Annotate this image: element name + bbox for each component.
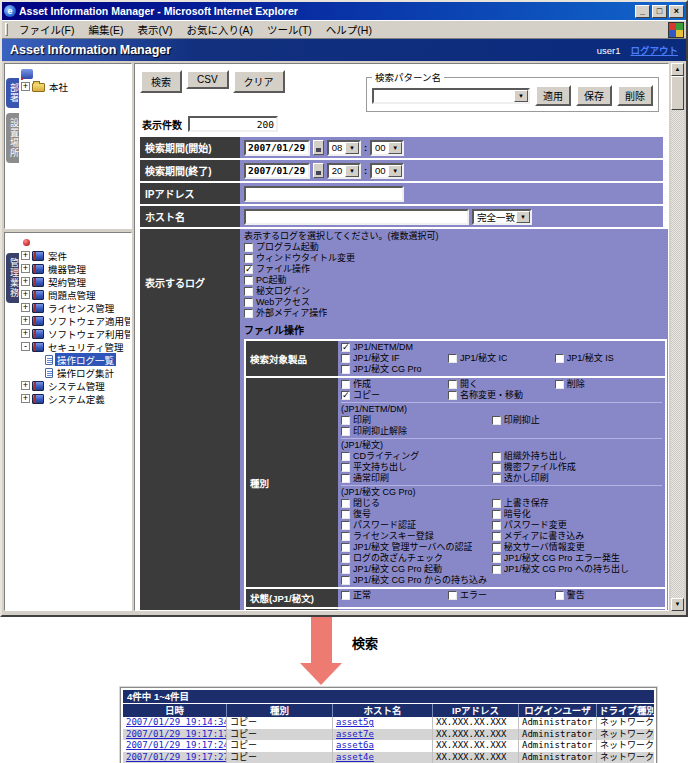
status-checkbox[interactable]: 警告 [555, 590, 662, 601]
column-header[interactable]: ホスト名 [333, 704, 433, 717]
tree-item[interactable]: 操作ログ集計 [45, 366, 130, 379]
dropdown-arrow-icon[interactable] [345, 142, 359, 154]
expand-icon[interactable]: - [21, 342, 30, 351]
kind-checkbox[interactable]: 平文持ち出し [341, 462, 492, 473]
expand-icon[interactable]: + [21, 381, 30, 390]
menu-item[interactable]: ヘルプ(H) [319, 20, 379, 39]
checkbox[interactable] [244, 298, 253, 307]
checkbox[interactable] [244, 243, 253, 252]
checkbox[interactable] [492, 521, 501, 530]
checkbox[interactable] [492, 499, 501, 508]
column-header[interactable]: 日時 [123, 704, 227, 717]
kind-checkbox[interactable]: 秘文サーバ情報変更 [492, 542, 643, 553]
tree-item[interactable]: 操作ログ一覧 [45, 353, 130, 366]
tree-item[interactable]: + 契約管理 [21, 275, 130, 288]
tree-item[interactable]: + ライセンス管理 [21, 301, 130, 314]
menu-item[interactable]: お気に入り(A) [179, 20, 260, 39]
kind-checkbox[interactable]: JP1/秘文 CG Pro 起動 [341, 564, 492, 575]
checkbox[interactable] [341, 452, 350, 461]
maximize-button[interactable]: □ [652, 5, 667, 18]
checkbox[interactable] [555, 380, 564, 389]
checkbox[interactable] [341, 521, 350, 530]
product-checkbox[interactable]: JP1/秘文 IC [448, 353, 555, 364]
checkbox[interactable] [448, 354, 457, 363]
checkbox[interactable] [492, 565, 501, 574]
log-type-checkbox[interactable]: プログラム起動 [244, 242, 667, 253]
kind-checkbox[interactable]: CDライティング [341, 451, 492, 462]
kind-checkbox[interactable]: 作成 [341, 379, 448, 390]
dropdown-arrow-icon[interactable] [514, 90, 528, 102]
checkbox[interactable] [555, 591, 564, 600]
tab-department[interactable]: 部署 [6, 78, 19, 108]
kind-checkbox[interactable]: JP1/秘文 管理サーバへの認証 [341, 542, 492, 553]
log-type-checkbox[interactable]: ウィンドウタイトル変更 [244, 253, 667, 264]
kind-checkbox[interactable]: 上書き保存 [492, 498, 643, 509]
calendar-button[interactable] [313, 163, 324, 178]
expand-icon[interactable]: + [21, 264, 30, 273]
checkbox[interactable] [341, 343, 350, 352]
scroll-up-icon[interactable]: ▲ [671, 63, 684, 76]
checkbox[interactable] [341, 510, 350, 519]
checkbox[interactable] [244, 287, 253, 296]
tab-management-tasks[interactable]: 管理業務 [6, 253, 19, 303]
product-checkbox[interactable]: JP1/NETM/DM [341, 342, 662, 353]
column-header[interactable]: ドライブ種別 [597, 704, 654, 717]
datetime-link[interactable]: 2007/01/29 19:17:24 [126, 740, 227, 750]
expand-icon[interactable]: + [21, 277, 30, 286]
tree-item[interactable]: + 案件 [21, 249, 130, 262]
checkbox[interactable] [341, 543, 350, 552]
checkbox[interactable] [341, 416, 350, 425]
datetime-link[interactable]: 2007/01/29 19:17:17 [126, 729, 227, 739]
kind-checkbox[interactable]: メディアに書き込み [492, 531, 643, 542]
host-link[interactable]: asset6a [336, 740, 374, 750]
kind-checkbox[interactable]: 閉じる [341, 498, 492, 509]
kind-checkbox[interactable]: 暗号化 [492, 509, 643, 520]
kind-checkbox[interactable]: JP1/秘文 CG Pro への持ち出し [492, 564, 643, 575]
product-checkbox[interactable]: JP1/秘文 IF [341, 353, 448, 364]
checkbox[interactable] [448, 391, 457, 400]
log-type-checkbox[interactable]: 外部メディア操作 [244, 308, 667, 319]
checkbox[interactable] [492, 532, 501, 541]
checkbox[interactable] [244, 265, 253, 274]
kind-checkbox[interactable]: 名称変更・移動 [448, 390, 555, 401]
checkbox[interactable] [244, 254, 253, 263]
kind-checkbox[interactable]: 印刷抑止 [492, 415, 643, 426]
dropdown-arrow-icon[interactable] [388, 142, 402, 154]
kind-checkbox[interactable]: 透かし印刷 [492, 473, 643, 484]
checkbox[interactable] [492, 510, 501, 519]
checkbox[interactable] [492, 474, 501, 483]
kind-checkbox[interactable]: JP1/秘文 CG Pro からの持ち込み [341, 575, 492, 586]
vertical-scrollbar[interactable]: ▲ ▼ [671, 63, 684, 611]
save-button[interactable]: 保存 [576, 85, 612, 106]
tree-item[interactable]: + 問題点管理 [21, 288, 130, 301]
kind-checkbox[interactable]: 削除 [555, 379, 662, 390]
minimize-button[interactable]: _ [635, 5, 650, 18]
clear-button[interactable]: クリア [233, 70, 285, 93]
checkbox[interactable] [492, 543, 501, 552]
log-type-checkbox[interactable]: ファイル操作 [244, 264, 667, 275]
host-link[interactable]: asset4e [336, 752, 374, 762]
display-count-input[interactable] [188, 116, 278, 132]
kind-checkbox[interactable]: 機密ファイル作成 [492, 462, 643, 473]
host-match-select[interactable]: 完全一致 [472, 209, 532, 225]
host-link[interactable]: asset5g [336, 717, 374, 727]
tab-location[interactable]: 設置場所 [6, 113, 19, 163]
kind-checkbox[interactable]: ログの改ざんチェック [341, 553, 492, 564]
checkbox[interactable] [341, 380, 350, 389]
checkbox[interactable] [244, 276, 253, 285]
period-end-date-input[interactable] [244, 163, 310, 179]
expand-icon[interactable]: + [21, 303, 30, 312]
kind-checkbox[interactable]: パスワード認証 [341, 520, 492, 531]
checkbox[interactable] [448, 591, 457, 600]
calendar-button[interactable] [313, 140, 324, 155]
checkbox[interactable] [244, 309, 253, 318]
menu-item[interactable]: ファイル(F) [12, 20, 81, 39]
expand-icon[interactable]: + [21, 329, 30, 338]
datetime-link[interactable]: 2007/01/29 19:17:27 [126, 752, 227, 762]
checkbox[interactable] [492, 416, 501, 425]
checkbox[interactable] [492, 452, 501, 461]
product-checkbox[interactable]: JP1/秘文 IS [555, 353, 662, 364]
dropdown-arrow-icon[interactable] [345, 165, 359, 177]
period-start-minute-select[interactable]: 00 [370, 140, 404, 156]
kind-checkbox[interactable]: 組織外持ち出し [492, 451, 643, 462]
